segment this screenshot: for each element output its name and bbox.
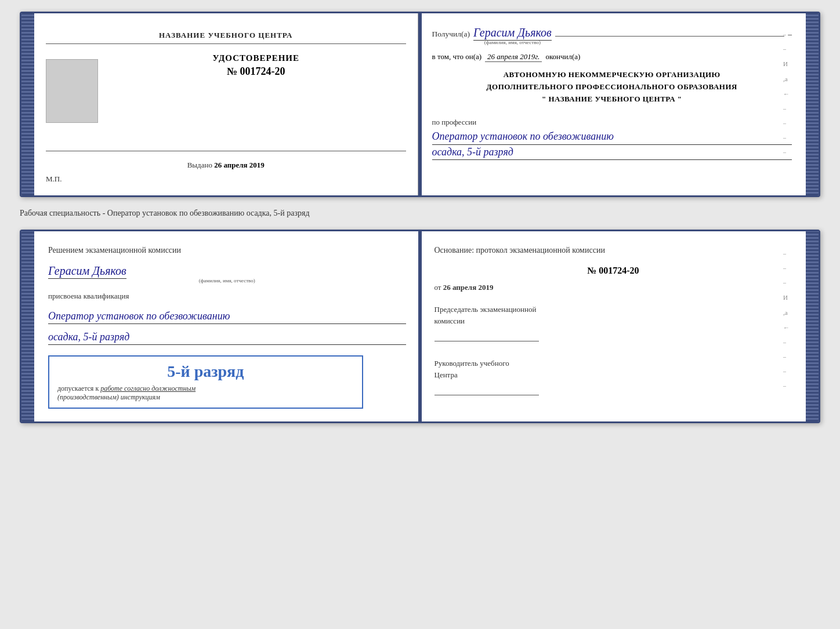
recipient-name: Герасим Дьяков	[473, 26, 552, 41]
org-name-top: НАЗВАНИЕ УЧЕБНОГО ЦЕНТРА	[46, 31, 406, 44]
basis-title: Основание: протокол экзаменационной коми…	[435, 244, 792, 256]
qualification-label: присвоена квалификация	[48, 292, 406, 301]
doc2-left-panel: Решением экзаменационной комиссии Гераси…	[34, 231, 421, 421]
cert-number: № 001724-20	[227, 66, 285, 78]
director-sig-line	[435, 383, 539, 395]
stamp-rank: 5-й разряд	[57, 362, 354, 381]
date-line: в том, что он(а) 26 апреля 2019г. окончи…	[432, 52, 792, 62]
admitted-text2: (производственным) инструкциям	[57, 393, 354, 402]
issued-section: Выдано 26 апреля 2019	[187, 161, 265, 170]
profession-section: по профессии Оператор установок по обезв…	[432, 117, 792, 159]
left-spine-strip	[21, 13, 34, 195]
cert-title: УДОСТОВЕРЕНИЕ	[213, 53, 300, 63]
protocol-number: № 001724-20	[435, 266, 792, 276]
bottom-right-spine	[806, 231, 819, 421]
person-name-bottom: Герасим Дьяков	[48, 264, 126, 279]
left-arrow2: ←	[783, 324, 790, 331]
left-arrow: ←	[783, 90, 790, 97]
recipient-line: Получил(а) Герасим Дьяков (фамилия, имя,…	[432, 26, 792, 45]
chairman-block: Председатель экзаменационной комиссии	[435, 304, 792, 341]
и-label: И	[783, 60, 790, 67]
protocol-date: от 26 апреля 2019	[435, 283, 792, 292]
а-label: ,а	[783, 75, 790, 82]
photo-placeholder	[46, 59, 98, 123]
document-top: НАЗВАНИЕ УЧЕБНОГО ЦЕНТРА УДОСТОВЕРЕНИЕ №…	[20, 12, 820, 197]
chairman-title: Председатель экзаменационной комиссии	[435, 304, 792, 326]
а-label2: ,а	[783, 309, 790, 316]
director-title: Руководитель учебного Центра	[435, 358, 792, 380]
stamp-box: 5-й разряд допускается к работе согласно…	[48, 355, 363, 409]
right-spine-strip	[806, 13, 819, 195]
certificate-number-section: УДОСТОВЕРЕНИЕ № 001724-20	[106, 53, 406, 78]
и-label2: И	[783, 294, 790, 301]
director-block: Руководитель учебного Центра	[435, 358, 792, 395]
bottom-left-spine	[21, 231, 34, 421]
qualification-value: Оператор установок по обезвоживанию	[48, 309, 406, 324]
right-deco-top: – – И ,а ← – – – –	[783, 31, 790, 155]
chairman-sig-line	[435, 329, 539, 341]
document-bottom: Решением экзаменационной комиссии Гераси…	[20, 230, 820, 423]
org-block: АВТОНОМНУЮ НЕКОММЕРЧЕСКУЮ ОРГАНИЗАЦИЮ ДО…	[432, 69, 792, 105]
admitted-text: допускается к работе согласно должностны…	[57, 384, 354, 393]
doc1-right-panel: Получил(а) Герасим Дьяков (фамилия, имя,…	[418, 13, 806, 195]
caption-line: Рабочая специальность - Оператор установ…	[20, 208, 820, 219]
commission-title: Решением экзаменационной комиссии	[48, 244, 406, 256]
doc2-right-panel: Основание: протокол экзаменационной коми…	[421, 231, 806, 421]
qual-specialty: осадка, 5-й разряд	[48, 331, 406, 345]
mp-label: М.П.	[46, 174, 61, 184]
doc1-left-panel: НАЗВАНИЕ УЧЕБНОГО ЦЕНТРА УДОСТОВЕРЕНИЕ №…	[34, 13, 418, 195]
right-deco-bottom: – – – И ,а ← – – – –	[783, 250, 790, 389]
